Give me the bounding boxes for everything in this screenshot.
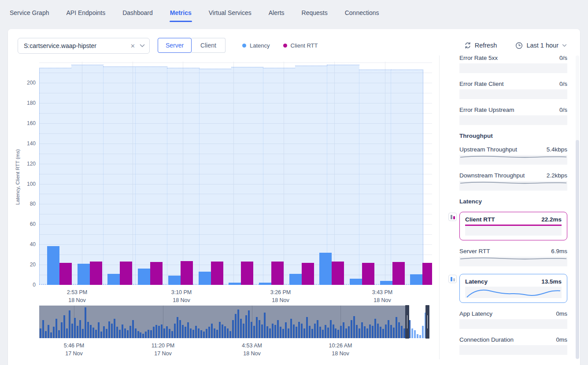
overview-bar <box>192 330 194 338</box>
metric-body: Error Rate Upstream0/s <box>459 107 567 125</box>
metric-row-downstream-throughput[interactable]: Downstream Throughput2.2kbps <box>448 172 567 191</box>
metric-label: Latency <box>465 278 488 285</box>
overview-bar <box>382 329 384 338</box>
server-button[interactable]: Server <box>158 38 192 53</box>
overview-bar <box>224 326 226 338</box>
overview-bar <box>361 322 363 338</box>
overview-brush[interactable] <box>39 306 429 338</box>
overview-bar <box>356 325 358 338</box>
metric-row-connection-duration[interactable]: Connection Duration0ms <box>448 336 567 355</box>
metric-row-client-rtt[interactable]: Client RTT22.2ms <box>448 212 567 240</box>
overview-bar <box>345 328 347 338</box>
metric-value: 0/s <box>559 107 567 113</box>
overview-bar <box>124 328 126 338</box>
overview-bar <box>364 326 366 338</box>
metric-value: 2.2kbps <box>547 172 567 179</box>
overview-bar <box>314 324 316 338</box>
metric-row-error-rate-client[interactable]: Error Rate Client0/s <box>448 81 567 99</box>
tab-virtual-services[interactable]: Virtual Services <box>208 7 252 19</box>
tab-api-endpoints[interactable]: API Endpoints <box>66 7 106 19</box>
chevron-down-icon[interactable] <box>138 44 149 48</box>
legend-item-client-rtt: Client RTT <box>283 42 318 49</box>
chart-legend: Latency Client RTT <box>242 38 318 53</box>
brush-handle-right[interactable] <box>425 305 429 339</box>
metric-line: Latency13.5ms <box>465 278 562 285</box>
overview-bar <box>248 310 250 338</box>
metric-label: App Latency <box>459 310 492 317</box>
latency-bar <box>410 274 422 285</box>
overview-bar <box>58 330 60 339</box>
metric-label: Error Rate Client <box>459 81 504 87</box>
tab-alerts[interactable]: Alerts <box>268 7 285 19</box>
metric-value: 0ms <box>556 310 567 317</box>
overview-bar <box>187 322 189 338</box>
tab-requests[interactable]: Requests <box>301 7 328 19</box>
refresh-button[interactable]: Refresh <box>464 42 497 49</box>
overview-bar <box>90 325 92 338</box>
metric-row-error-rate-upstream[interactable]: Error Rate Upstream0/s <box>448 107 567 125</box>
sidebar-scrollbar-thumb[interactable] <box>576 140 579 359</box>
h-gridline <box>39 63 432 63</box>
y-tick-label: 140 <box>21 140 36 147</box>
time-range-picker[interactable]: Last 1 hour <box>515 42 567 49</box>
overview-bar <box>311 329 313 338</box>
main-chart[interactable] <box>39 62 432 285</box>
overview-bar <box>369 324 371 338</box>
selection-area-segment <box>71 65 104 285</box>
clear-icon[interactable]: ✕ <box>127 43 138 49</box>
tab-service-graph[interactable]: Service Graph <box>9 7 49 19</box>
overview-bar <box>119 330 121 338</box>
overview-bar <box>211 324 213 338</box>
client-button[interactable]: Client <box>192 38 226 53</box>
overview-bar <box>401 326 403 338</box>
metric-row-app-latency[interactable]: App Latency0ms <box>448 310 567 329</box>
overview-bar <box>185 327 186 338</box>
client-rtt-dot-icon <box>283 44 287 48</box>
overview-bar <box>235 314 237 339</box>
metric-value: 0ms <box>556 336 567 343</box>
metric-value: 0/s <box>559 81 567 87</box>
metric-row-upstream-throughput[interactable]: Upstream Throughput5.4kbps <box>448 146 567 165</box>
metric-line: Error Rate Upstream0/s <box>459 107 567 113</box>
metric-body: App Latency0ms <box>459 310 567 329</box>
latency-bar <box>319 253 332 285</box>
overview-bar <box>63 315 65 338</box>
metric-row-error-rate-5xx[interactable]: Error Rate 5xx0/s <box>448 55 567 73</box>
y-tick-label: 200 <box>21 80 36 86</box>
latency-bar <box>259 283 271 285</box>
overview-bar <box>348 326 350 338</box>
overview-bar <box>129 326 131 338</box>
overview-bar <box>372 326 374 338</box>
y-tick-label: 160 <box>21 120 36 126</box>
client-rtt-bar <box>150 262 163 285</box>
overview-bar <box>150 330 152 338</box>
metric-row-server-rtt[interactable]: Server RTT6.9ms <box>448 248 567 266</box>
metric-spark-area <box>459 63 567 73</box>
client-rtt-bar <box>181 261 193 285</box>
overview-bar <box>179 320 181 338</box>
metric-value: 5.4kbps <box>547 146 567 153</box>
service-select[interactable]: S:cartservice.waap-hipster ✕ <box>18 38 150 54</box>
overview-bar <box>333 324 334 338</box>
latency-bar <box>138 269 150 285</box>
metric-row-latency[interactable]: Latency13.5ms <box>448 274 567 303</box>
metric-label: Downstream Throughput <box>459 172 525 179</box>
overview-bar <box>398 322 400 338</box>
y-tick-label: 180 <box>21 100 36 106</box>
tab-metrics[interactable]: Metrics <box>170 7 192 19</box>
overview-bar <box>82 329 84 338</box>
brush-handle-left[interactable] <box>405 305 409 339</box>
overview-bar <box>280 327 281 338</box>
overview-bar <box>317 320 318 338</box>
overview-bar <box>298 322 300 338</box>
selection-area-segment <box>295 66 327 285</box>
metric-value: 6.9ms <box>551 248 567 254</box>
overview-bar <box>114 319 115 338</box>
overview-bar <box>40 328 41 338</box>
tab-dashboard[interactable]: Dashboard <box>122 7 153 19</box>
metrics-panel: S:cartservice.waap-hipster ✕ Server Clie… <box>8 29 580 365</box>
client-rtt-bar <box>211 262 223 285</box>
tab-connections[interactable]: Connections <box>344 7 380 19</box>
metric-label: Upstream Throughput <box>459 146 517 153</box>
overview-bar <box>198 328 200 338</box>
